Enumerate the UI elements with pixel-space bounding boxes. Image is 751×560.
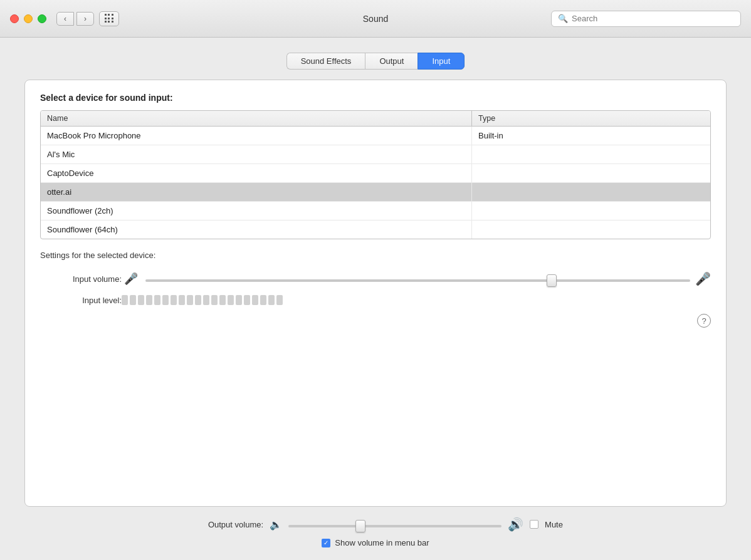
input-volume-slider[interactable] <box>145 279 690 282</box>
section-title: Select a device for sound input: <box>40 93 711 103</box>
table-row[interactable]: MacBook Pro Microphone Built-in <box>41 127 710 145</box>
settings-label: Settings for the selected device: <box>40 251 711 260</box>
close-button[interactable] <box>10 14 19 23</box>
bottom-bar: Output volume: 🔈 🔊 Mute ✓ Show volume in… <box>13 517 738 547</box>
output-volume-label: Output volume: <box>188 520 263 529</box>
table-row[interactable]: Al's Mic <box>41 145 710 164</box>
level-bar <box>236 295 242 305</box>
level-bar <box>187 295 193 305</box>
mute-label: Mute <box>545 520 563 529</box>
table-row[interactable]: Soundflower (2ch) <box>41 202 710 220</box>
output-volume-slider[interactable] <box>288 525 502 527</box>
level-bar <box>260 295 266 305</box>
show-volume-checkbox[interactable]: ✓ <box>322 539 330 547</box>
input-level-meter <box>122 295 283 305</box>
main-content: Sound Effects Output Input Select a devi… <box>0 38 751 560</box>
device-name: Soundflower (2ch) <box>41 202 472 220</box>
mute-checkbox[interactable] <box>530 520 538 529</box>
level-bar <box>138 295 144 305</box>
level-bar <box>195 295 201 305</box>
table-row[interactable]: Soundflower (64ch) <box>41 220 710 239</box>
back-button[interactable]: ‹ <box>56 12 74 26</box>
traffic-lights <box>10 14 46 23</box>
tabs-container: Sound Effects Output Input <box>286 53 465 70</box>
tab-output[interactable]: Output <box>365 53 418 70</box>
device-table: Name Type MacBook Pro Microphone Built-i… <box>40 110 711 239</box>
level-bar <box>179 295 185 305</box>
search-icon: 🔍 <box>558 14 568 23</box>
volume-low-icon: 🔈 <box>270 519 282 531</box>
device-type <box>472 202 710 220</box>
device-name: otter.ai <box>41 183 472 201</box>
device-type: Built-in <box>472 127 710 145</box>
level-bar <box>276 295 283 305</box>
mic-small-icon: 🎤 <box>124 272 138 286</box>
search-input[interactable] <box>572 14 734 23</box>
title-bar: ‹ › Sound 🔍 <box>0 0 751 38</box>
level-bar <box>268 295 275 305</box>
device-name: MacBook Pro Microphone <box>41 127 472 145</box>
table-row-selected[interactable]: otter.ai <box>41 183 710 202</box>
device-type <box>472 183 710 201</box>
device-type <box>472 145 710 163</box>
level-bar <box>219 295 226 305</box>
search-box[interactable]: 🔍 <box>551 11 741 27</box>
grid-view-button[interactable] <box>99 11 119 26</box>
input-volume-label: Input volume: <box>40 274 122 284</box>
help-button[interactable]: ? <box>697 314 711 328</box>
table-header: Name Type <box>41 111 710 127</box>
grid-icon <box>105 14 114 23</box>
minimize-button[interactable] <box>24 14 33 23</box>
output-volume-row: Output volume: 🔈 🔊 Mute <box>188 517 563 532</box>
tab-input[interactable]: Input <box>418 53 465 70</box>
input-volume-row: Input volume: 🎤 🎤 <box>40 271 711 286</box>
level-bar <box>252 295 258 305</box>
level-bar <box>122 295 128 305</box>
input-level-label: Input level: <box>40 296 122 305</box>
col-header-name: Name <box>41 111 472 126</box>
level-bar <box>130 295 136 305</box>
table-row[interactable]: CaptoDevice <box>41 164 710 183</box>
forward-button[interactable]: › <box>76 12 94 26</box>
device-name: Soundflower (64ch) <box>41 220 472 239</box>
level-bar <box>228 295 234 305</box>
level-bar <box>154 295 160 305</box>
level-bar <box>203 295 209 305</box>
device-type <box>472 220 710 239</box>
level-bar <box>211 295 218 305</box>
level-bar <box>146 295 152 305</box>
volume-high-icon: 🔊 <box>508 517 523 532</box>
tab-sound-effects[interactable]: Sound Effects <box>286 53 365 70</box>
level-bar <box>244 295 250 305</box>
device-name: CaptoDevice <box>41 164 472 182</box>
level-bar <box>171 295 177 305</box>
mic-large-icon: 🎤 <box>695 271 711 286</box>
main-panel: Select a device for sound input: Name Ty… <box>24 80 727 507</box>
show-volume-label: Show volume in menu bar <box>335 538 429 547</box>
window-title: Sound <box>363 14 388 24</box>
device-type <box>472 164 710 182</box>
input-level-row: Input level: <box>40 295 711 305</box>
level-bar <box>162 295 169 305</box>
show-volume-row: ✓ Show volume in menu bar <box>322 538 429 547</box>
input-volume-slider-container: 🎤 🎤 <box>122 271 711 286</box>
col-header-type: Type <box>472 111 710 126</box>
maximize-button[interactable] <box>38 14 46 23</box>
device-name: Al's Mic <box>41 145 472 163</box>
nav-buttons: ‹ › <box>56 12 94 26</box>
help-area: ? <box>40 314 711 328</box>
